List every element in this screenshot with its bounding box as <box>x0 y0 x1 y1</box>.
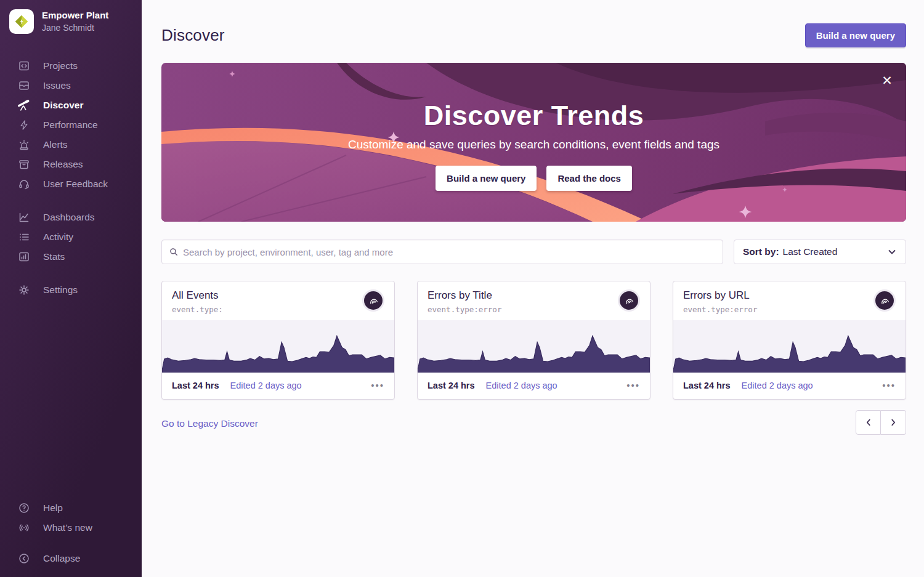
issues-icon <box>17 79 30 92</box>
broadcast-icon <box>17 522 30 535</box>
list-icon <box>17 231 30 244</box>
chevron-left-icon <box>864 418 873 427</box>
lightning-icon <box>17 119 30 132</box>
banner-read-docs-button[interactable]: Read the docs <box>546 166 632 191</box>
card-edited-link[interactable]: Edited 2 days ago <box>742 381 813 390</box>
card-edited-link[interactable]: Edited 2 days ago <box>230 381 302 390</box>
projects-icon <box>17 60 30 73</box>
banner-subtitle: Customize and save queries by search con… <box>161 138 906 151</box>
sidebar-item-user-feedback[interactable]: User Feedback <box>0 174 142 194</box>
telescope-icon <box>17 99 30 112</box>
card-period: Last 24 hrs <box>172 381 219 390</box>
sentry-logo-icon <box>618 289 640 312</box>
org-name: Empower Plant <box>42 9 108 22</box>
sort-value: Last Created <box>783 246 838 257</box>
sidebar-item-label: Discover <box>43 100 83 111</box>
ellipsis-menu-icon[interactable]: ••• <box>371 380 384 390</box>
org-user: Jane Schmidt <box>42 22 108 34</box>
query-card-errors-by-title[interactable]: Errors by Title event.type:error Last 24… <box>417 281 650 400</box>
previous-page-button[interactable] <box>856 410 881 435</box>
sidebar-collapse-button[interactable]: Collapse <box>0 549 142 568</box>
sidebar-item-help[interactable]: Help <box>0 498 142 518</box>
sidebar-item-label: Projects <box>43 60 78 71</box>
query-card-errors-by-url[interactable]: Errors by URL event.type:error Last 24 h… <box>673 281 906 400</box>
chevron-left-circle-icon <box>17 552 30 565</box>
discover-trends-banner: ✕ Discover Trends Customize and save que… <box>161 63 906 222</box>
sentry-logo-icon <box>362 289 384 312</box>
sidebar-item-releases[interactable]: Releases <box>0 155 142 174</box>
card-title: All Events <box>172 289 223 302</box>
card-sparkline-chart <box>673 320 906 373</box>
sidebar-item-label: Stats <box>43 251 65 262</box>
gear-icon <box>17 284 30 297</box>
sidebar-item-discover[interactable]: Discover <box>0 95 142 115</box>
sidebar-item-label: Performance <box>43 119 98 131</box>
card-query: event.type:error <box>428 305 501 314</box>
sort-label: Sort by: <box>743 246 779 257</box>
card-title: Errors by URL <box>683 289 757 302</box>
pagination <box>856 410 906 435</box>
sidebar-item-label: Releases <box>43 159 83 170</box>
card-sparkline-chart <box>162 320 394 373</box>
sidebar-item-whats-new[interactable]: What’s new <box>0 518 142 538</box>
sidebar-item-settings[interactable]: Settings <box>0 280 142 300</box>
next-page-button[interactable] <box>881 410 906 435</box>
headset-icon <box>17 178 30 191</box>
banner-title: Discover Trends <box>161 100 906 132</box>
sidebar-item-label: Dashboards <box>43 212 95 223</box>
sort-dropdown[interactable]: Sort by: Last Created <box>734 240 906 264</box>
question-circle-icon <box>17 502 30 515</box>
search-icon <box>169 248 178 256</box>
sidebar-item-label: What’s new <box>43 522 92 533</box>
query-card-all-events[interactable]: All Events event.type: Last 24 hrs Edite… <box>161 281 395 400</box>
card-title: Errors by Title <box>428 289 501 302</box>
sidebar-footer: Help What’s new Collapse <box>0 498 142 577</box>
sentry-logo-icon <box>873 289 896 312</box>
ellipsis-menu-icon[interactable]: ••• <box>626 380 640 390</box>
card-edited-link[interactable]: Edited 2 days ago <box>486 381 557 390</box>
sidebar-nav: Projects Issues Discover <box>0 56 142 300</box>
sidebar-item-stats[interactable]: Stats <box>0 247 142 267</box>
saved-query-search <box>161 240 723 264</box>
sidebar-item-alerts[interactable]: Alerts <box>0 135 142 155</box>
ellipsis-menu-icon[interactable]: ••• <box>882 380 896 390</box>
sidebar-item-label: Activity <box>43 232 73 243</box>
sidebar-item-label: Collapse <box>43 553 80 564</box>
chevron-right-icon <box>889 418 898 427</box>
legacy-discover-link[interactable]: Go to Legacy Discover <box>161 418 258 429</box>
banner-build-query-button[interactable]: Build a new query <box>436 166 537 191</box>
archive-icon <box>17 158 30 171</box>
org-switcher[interactable]: Empower Plant Jane Schmidt <box>0 0 142 34</box>
sidebar-item-label: Settings <box>43 284 78 296</box>
siren-icon <box>17 139 30 151</box>
sidebar-item-projects[interactable]: Projects <box>0 56 142 76</box>
sidebar-item-dashboards[interactable]: Dashboards <box>0 208 142 227</box>
bar-chart-icon <box>17 251 30 264</box>
sidebar-item-label: Alerts <box>43 139 68 150</box>
org-logo-icon <box>9 9 34 34</box>
line-chart-icon <box>17 211 30 224</box>
card-query: event.type: <box>172 305 223 314</box>
build-new-query-button[interactable]: Build a new query <box>805 23 906 47</box>
sidebar-item-label: User Feedback <box>43 179 108 190</box>
chevron-down-icon <box>887 247 897 257</box>
sidebar-item-label: Help <box>43 502 63 514</box>
search-input[interactable] <box>183 247 715 257</box>
sidebar: Empower Plant Jane Schmidt Projects Issu… <box>0 0 142 577</box>
page-title: Discover <box>161 26 225 45</box>
card-period: Last 24 hrs <box>428 381 475 390</box>
card-sparkline-chart <box>418 320 650 373</box>
sidebar-item-performance[interactable]: Performance <box>0 115 142 135</box>
sidebar-item-issues[interactable]: Issues <box>0 76 142 95</box>
card-period: Last 24 hrs <box>683 381 731 390</box>
sidebar-item-label: Issues <box>43 80 71 91</box>
card-query: event.type:error <box>683 305 757 314</box>
main-content: Discover Build a new query <box>142 0 924 577</box>
saved-query-cards: All Events event.type: Last 24 hrs Edite… <box>161 281 906 400</box>
sidebar-item-activity[interactable]: Activity <box>0 227 142 247</box>
